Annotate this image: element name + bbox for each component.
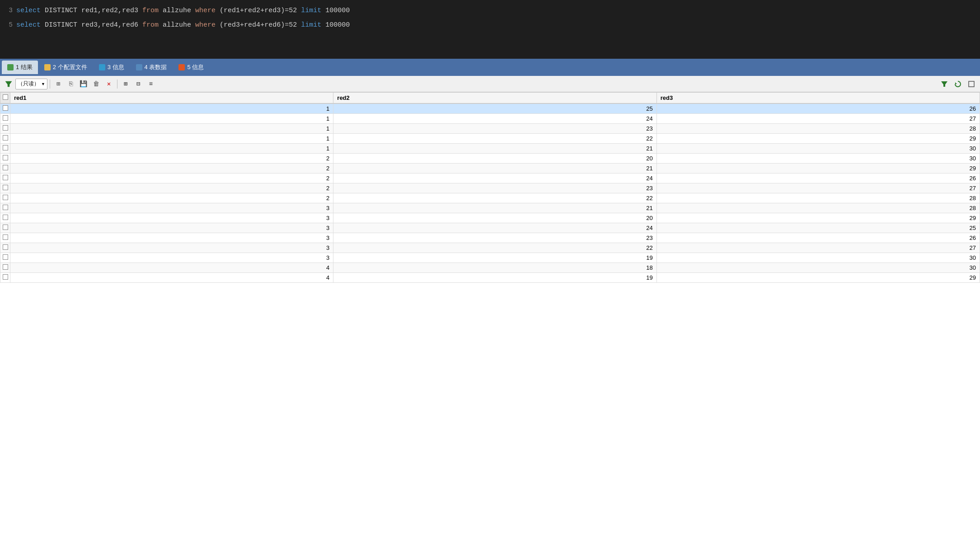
cell-red1: 3 xyxy=(10,203,333,213)
cell-red1: 3 xyxy=(10,243,333,253)
table-row[interactable]: 31930 xyxy=(0,253,980,263)
row-checkbox[interactable] xyxy=(0,164,10,173)
row-checkbox[interactable] xyxy=(0,134,10,144)
cell-red2: 21 xyxy=(333,164,656,173)
cell-red3: 30 xyxy=(656,144,980,154)
col-header-red1: red1 xyxy=(10,93,333,104)
row-checkbox[interactable] xyxy=(0,144,10,154)
cell-red2: 18 xyxy=(333,263,656,273)
cell-red3: 27 xyxy=(656,243,980,253)
list-view-btn[interactable]: ⊟ xyxy=(132,78,144,90)
row-checkbox[interactable] xyxy=(0,183,10,193)
row-checkbox[interactable] xyxy=(0,154,10,164)
cell-red1: 1 xyxy=(10,144,333,154)
table-row[interactable]: 12526 xyxy=(0,103,980,114)
filter-right-btn[interactable] xyxy=(938,78,950,90)
results-table-container[interactable]: red1red2red3 125261242712328122291213022… xyxy=(0,92,980,539)
table-row[interactable]: 32128 xyxy=(0,203,980,213)
cell-red3: 29 xyxy=(656,134,980,144)
row-checkbox[interactable] xyxy=(0,233,10,243)
cell-red2: 19 xyxy=(333,273,656,283)
results-table: red1red2red3 125261242712328122291213022… xyxy=(0,92,980,283)
svg-marker-1 xyxy=(941,81,947,87)
row-checkbox[interactable] xyxy=(0,203,10,213)
sql-line: 3select DISTINCT red1,red2,red3 from all… xyxy=(5,4,975,18)
tab-label-tab1: 1 结果 xyxy=(16,63,33,71)
table-row[interactable]: 32326 xyxy=(0,233,980,243)
cell-red2: 23 xyxy=(333,124,656,134)
table-row[interactable]: 32227 xyxy=(0,243,980,253)
cell-red3: 29 xyxy=(656,273,980,283)
tab-bar: 1 结果2 个配置文件3 信息4 表数据5 信息 xyxy=(0,59,980,76)
row-checkbox[interactable] xyxy=(0,213,10,223)
row-checkbox[interactable] xyxy=(0,103,10,114)
expand-btn[interactable] xyxy=(966,78,977,90)
table-row[interactable]: 12130 xyxy=(0,144,980,154)
detail-view-btn[interactable]: ≡ xyxy=(145,78,157,90)
cell-red2: 20 xyxy=(333,154,656,164)
cell-red3: 30 xyxy=(656,263,980,273)
table-row[interactable]: 22327 xyxy=(0,183,980,193)
tab-label-tab4: 4 表数据 xyxy=(145,63,167,71)
cell-red1: 3 xyxy=(10,213,333,223)
table-row[interactable]: 12229 xyxy=(0,134,980,144)
row-checkbox[interactable] xyxy=(0,124,10,134)
row-checkbox[interactable] xyxy=(0,193,10,203)
table-row[interactable]: 22228 xyxy=(0,193,980,203)
table-row[interactable]: 12427 xyxy=(0,114,980,124)
cell-red3: 29 xyxy=(656,213,980,223)
table-row[interactable]: 22030 xyxy=(0,154,980,164)
cell-red3: 25 xyxy=(656,223,980,233)
table-row[interactable]: 41929 xyxy=(0,273,980,283)
refresh-right-btn[interactable] xyxy=(952,78,964,90)
table-row[interactable]: 32425 xyxy=(0,223,980,233)
cell-red3: 28 xyxy=(656,203,980,213)
cell-red2: 24 xyxy=(333,173,656,183)
filter-left-btn[interactable] xyxy=(3,78,14,90)
add-row-btn[interactable]: ⊞ xyxy=(52,78,64,90)
readonly-dropdown[interactable]: （只读）▼ xyxy=(15,79,47,89)
tab-icon-tab5 xyxy=(178,64,185,70)
table-row[interactable]: 12328 xyxy=(0,124,980,134)
tab-tab5[interactable]: 5 信息 xyxy=(173,61,209,74)
tab-tab3[interactable]: 3 信息 xyxy=(94,61,130,74)
row-checkbox[interactable] xyxy=(0,273,10,283)
row-checkbox[interactable] xyxy=(0,243,10,253)
sql-editor[interactable]: 3select DISTINCT red1,red2,red3 from all… xyxy=(0,0,980,59)
tab-icon-tab3 xyxy=(99,64,105,70)
tab-tab4[interactable]: 4 表数据 xyxy=(131,61,173,74)
toolbar: （只读）▼⊞⎘💾🗑✕⊞⊟≡ xyxy=(0,76,980,92)
row-checkbox[interactable] xyxy=(0,253,10,263)
row-checkbox[interactable] xyxy=(0,263,10,273)
row-checkbox[interactable] xyxy=(0,223,10,233)
sql-code[interactable]: select DISTINCT red3,red4,red6 from allz… xyxy=(16,20,350,31)
toolbar-right xyxy=(938,78,977,90)
cell-red2: 22 xyxy=(333,193,656,203)
delete-btn[interactable]: 🗑 xyxy=(90,78,102,90)
tab-tab1[interactable]: 1 结果 xyxy=(2,61,38,74)
save-btn[interactable]: 💾 xyxy=(78,78,89,90)
select-all-checkbox[interactable] xyxy=(0,93,10,104)
cell-red1: 2 xyxy=(10,183,333,193)
grid-view-btn[interactable]: ⊞ xyxy=(120,78,131,90)
table-row[interactable]: 22426 xyxy=(0,173,980,183)
table-row[interactable]: 41830 xyxy=(0,263,980,273)
cancel-btn[interactable]: ✕ xyxy=(103,78,115,90)
row-checkbox[interactable] xyxy=(0,173,10,183)
line-number: 5 xyxy=(5,20,16,30)
svg-rect-3 xyxy=(969,81,974,87)
row-checkbox[interactable] xyxy=(0,114,10,124)
tab-tab2[interactable]: 2 个配置文件 xyxy=(39,61,93,74)
table-row[interactable]: 32029 xyxy=(0,213,980,223)
cell-red2: 25 xyxy=(333,103,656,114)
tab-icon-tab4 xyxy=(136,64,142,70)
copy-row-btn[interactable]: ⎘ xyxy=(65,78,77,90)
cell-red1: 2 xyxy=(10,193,333,203)
cell-red2: 20 xyxy=(333,213,656,223)
cell-red2: 24 xyxy=(333,114,656,124)
sql-code[interactable]: select DISTINCT red1,red2,red3 from allz… xyxy=(16,5,350,16)
sql-line: 5select DISTINCT red3,red4,red6 from all… xyxy=(5,18,975,33)
cell-red1: 1 xyxy=(10,103,333,114)
table-row[interactable]: 22129 xyxy=(0,164,980,173)
cell-red3: 30 xyxy=(656,154,980,164)
